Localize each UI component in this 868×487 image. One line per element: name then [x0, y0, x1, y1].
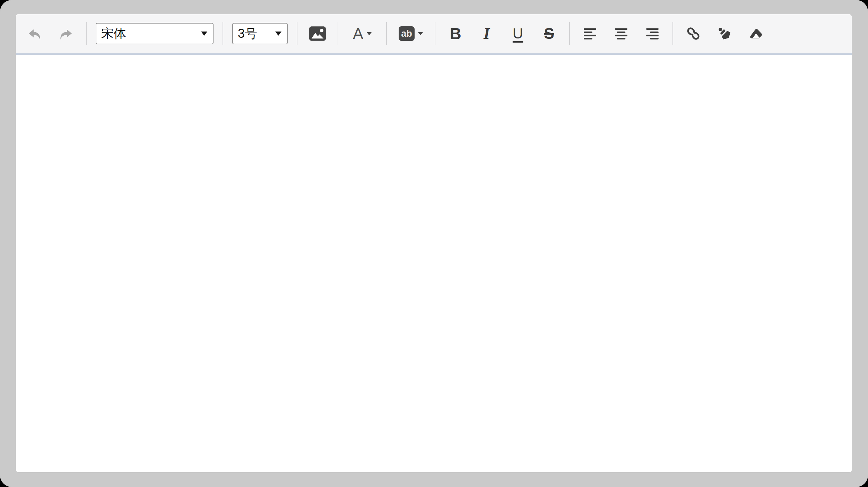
dropdown-arrow-icon	[201, 32, 207, 36]
redo-button[interactable]	[55, 21, 77, 46]
underline-label: U	[513, 26, 523, 41]
align-center-button[interactable]	[610, 21, 632, 46]
toolbar-separator	[86, 22, 87, 45]
undo-button[interactable]	[24, 21, 46, 46]
toolbar-separator	[386, 22, 387, 45]
align-right-icon	[645, 28, 659, 39]
highlight-color-label: ab	[399, 26, 415, 41]
undo-arrow-icon	[27, 27, 42, 41]
font-family-select[interactable]: 宋体	[96, 23, 214, 44]
align-left-button[interactable]	[579, 21, 601, 46]
strikethrough-button[interactable]: S	[538, 21, 560, 46]
dropdown-arrow-icon	[275, 32, 281, 36]
toolbar-separator	[672, 22, 673, 45]
bold-button[interactable]: B	[444, 21, 467, 46]
font-color-button[interactable]: A	[347, 21, 377, 46]
redo-arrow-icon	[58, 27, 73, 41]
italic-button[interactable]: I	[476, 21, 498, 46]
font-size-select[interactable]: 3号	[232, 23, 288, 44]
insert-image-button[interactable]	[306, 21, 329, 46]
editor-content-area[interactable]	[16, 55, 852, 472]
align-center-icon	[614, 28, 628, 39]
highlight-color-button[interactable]: ab	[396, 21, 426, 46]
toolbar-separator	[435, 22, 435, 45]
editor-window: 宋体 3号 A	[0, 0, 868, 487]
editor-toolbar: 宋体 3号 A	[16, 14, 852, 55]
toolbar-separator	[569, 22, 570, 45]
clear-format-button[interactable]	[745, 21, 767, 46]
italic-label: I	[484, 26, 490, 42]
bold-label: B	[450, 26, 461, 42]
dropdown-arrow-icon	[418, 32, 423, 35]
strikethrough-label: S	[544, 26, 554, 41]
dropdown-arrow-icon	[367, 32, 372, 35]
toolbar-separator	[338, 22, 338, 45]
toolbar-separator	[297, 22, 297, 45]
format-brush-button[interactable]	[713, 21, 736, 46]
font-family-value: 宋体	[96, 25, 201, 42]
font-size-value: 3号	[233, 25, 275, 42]
brush-icon	[717, 26, 732, 42]
underline-button[interactable]: U	[507, 21, 529, 46]
insert-link-button[interactable]	[682, 21, 704, 46]
editor-panel: 宋体 3号 A	[16, 14, 852, 472]
font-color-label: A	[353, 26, 363, 41]
eraser-icon	[748, 26, 764, 42]
align-left-icon	[583, 28, 597, 39]
link-icon	[686, 26, 701, 41]
toolbar-separator	[223, 22, 223, 45]
align-right-button[interactable]	[641, 21, 663, 46]
image-icon	[309, 26, 326, 41]
